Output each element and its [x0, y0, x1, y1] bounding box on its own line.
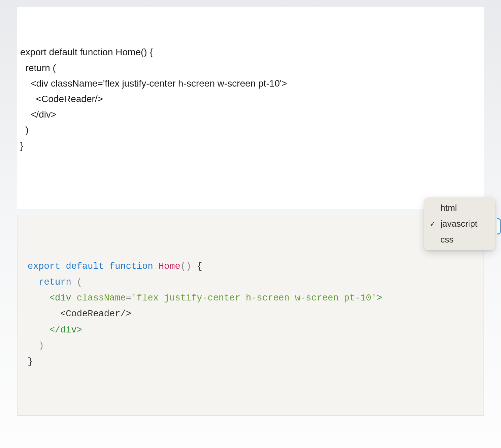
code-token: > [377, 293, 382, 303]
code-token: export [28, 261, 60, 271]
dropdown-option-html[interactable]: html [424, 200, 495, 216]
dropdown-option-label: javascript [440, 219, 477, 229]
code-token [71, 277, 77, 287]
code-token [60, 261, 66, 271]
code-token [28, 277, 38, 287]
code-token: return [38, 277, 71, 287]
code-token: function [109, 261, 153, 271]
code-token [153, 261, 159, 271]
code-token: } [28, 357, 33, 367]
code-token: { [197, 261, 202, 271]
code-token: default [66, 261, 104, 271]
language-dropdown[interactable]: html✓javascriptcss [424, 197, 495, 250]
code-token [28, 309, 60, 319]
language-select-edge[interactable] [497, 218, 501, 234]
code-token [28, 341, 38, 351]
editor-content[interactable]: export default function Home() { return … [20, 44, 481, 153]
code-token: > [77, 325, 82, 335]
code-token: 'flex justify-center h-screen w-screen p… [131, 293, 377, 303]
dropdown-option-label: css [440, 234, 454, 245]
code-token: <div [49, 293, 71, 303]
code-token: className [77, 293, 126, 303]
code-editor[interactable]: export default function Home() { return … [17, 7, 484, 209]
code-token [191, 261, 197, 271]
dropdown-option-label: html [440, 203, 457, 213]
code-token [28, 293, 49, 303]
code-token: Home [159, 261, 180, 271]
code-token [71, 293, 77, 303]
code-token: <CodeReader/> [60, 309, 131, 319]
code-token: () [180, 261, 191, 271]
dropdown-option-css[interactable]: css [424, 232, 495, 248]
code-token: ( [77, 277, 82, 287]
dropdown-option-javascript[interactable]: ✓javascript [424, 216, 495, 232]
code-token: div [60, 325, 77, 335]
code-token [28, 325, 49, 335]
code-preview: export default function Home() { return … [17, 215, 484, 416]
check-icon: ✓ [430, 220, 436, 228]
code-token [104, 261, 109, 271]
code-token: = [126, 293, 131, 303]
preview-content: export default function Home() { return … [28, 259, 473, 370]
code-token: ) [38, 341, 44, 351]
panel-divider [17, 209, 484, 215]
code-token: </ [49, 325, 60, 335]
